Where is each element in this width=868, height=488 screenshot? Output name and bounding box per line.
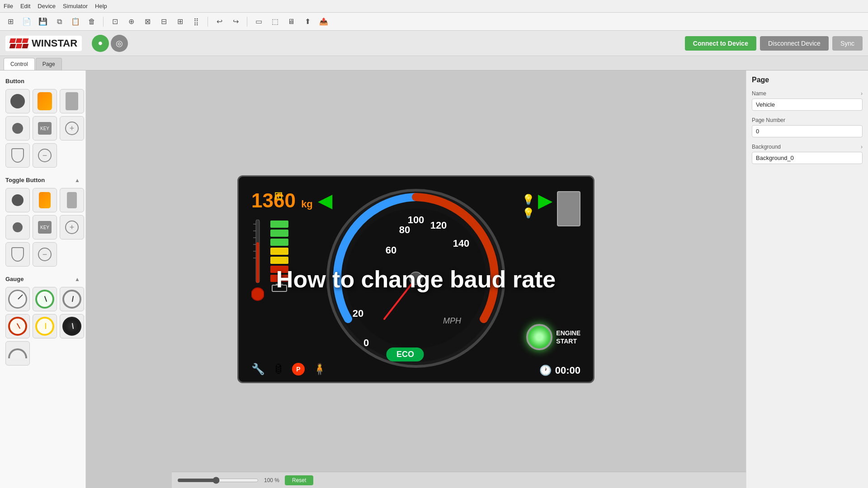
zoom-label: 100 % — [264, 477, 279, 483]
prop-page-number-value[interactable]: 0 — [752, 125, 863, 137]
gauge-item-1[interactable] — [5, 287, 30, 311]
sidebar-item-gray-btn[interactable] — [60, 89, 84, 113]
toggle-item-8[interactable]: − — [33, 242, 57, 267]
right-panel: Page Name › Vehicle Page Number 0 Backgr… — [746, 70, 868, 488]
sidebar-item-dark-toggle[interactable] — [5, 89, 30, 113]
toolbar-undo[interactable]: ↩ — [212, 15, 226, 28]
gauge-item-7[interactable] — [5, 341, 30, 366]
toolbar-align-right[interactable]: ⊠ — [141, 15, 154, 28]
gray-settings-button[interactable]: ◎ — [111, 35, 128, 52]
green-mode-button[interactable]: ● — [92, 35, 109, 52]
sidebar-item-plus-btn[interactable]: + — [60, 116, 84, 141]
svg-text:MPH: MPH — [443, 316, 462, 325]
clock-area: 🕐 00:00 — [539, 365, 580, 376]
toggle-item-5[interactable]: KEY — [33, 215, 57, 239]
sidebar-item-shield[interactable] — [5, 143, 30, 168]
gauge-item-4[interactable] — [5, 314, 30, 338]
sidebar-item-key-btn[interactable]: KEY — [33, 116, 57, 141]
svg-rect-26 — [270, 257, 288, 264]
svg-rect-24 — [270, 239, 288, 246]
toolbar-new[interactable]: ⊞ — [4, 15, 17, 28]
toolbar-distribute[interactable]: ⣿ — [189, 15, 203, 28]
right-arrow-button[interactable]: ▶ — [538, 189, 552, 211]
toolbar-redo[interactable]: ↪ — [229, 15, 242, 28]
prop-name-label: Name › — [752, 90, 863, 97]
toolbar-save[interactable]: 💾 — [36, 15, 50, 28]
table-icon: ⊞ — [274, 189, 283, 202]
toggle-item-6[interactable]: + — [60, 215, 84, 239]
gauge-collapse-icon[interactable]: ▲ — [75, 276, 80, 282]
toggle-item-3[interactable] — [60, 188, 84, 212]
clock-icon: 🕐 — [539, 365, 552, 376]
canvas-area: 20 0 60 80 100 120 140 MPH 1360 kg ⊞ — [86, 70, 746, 488]
svg-rect-14 — [256, 242, 259, 283]
toolbar-copy[interactable]: ⧉ — [52, 15, 66, 28]
toolbar-align-left[interactable]: ⊡ — [108, 15, 122, 28]
menu-edit[interactable]: Edit — [20, 3, 30, 9]
reset-button[interactable]: Reset — [285, 475, 313, 485]
prop-background-label: Background › — [752, 144, 863, 150]
toolbar-frame[interactable]: ▭ — [252, 15, 265, 28]
toolbar-upload[interactable]: ⬆ — [301, 15, 314, 28]
toggle-circle-1 — [12, 194, 24, 206]
background-expand-icon[interactable]: › — [861, 144, 863, 150]
section-toggle-title: Toggle Button ▲ — [0, 173, 85, 186]
toolbar-screen[interactable]: ⬚ — [268, 15, 282, 28]
name-expand-icon[interactable]: › — [861, 90, 863, 97]
toggle-gray-icon — [67, 192, 77, 208]
gauge-item-6[interactable] — [60, 314, 84, 338]
headlight-icons: 💡 💡 — [522, 194, 534, 219]
logo-chevron — [10, 38, 28, 48]
main-layout: Button KEY + − — [0, 70, 868, 488]
chevron-block-5 — [16, 44, 23, 48]
tab-row: Control Page — [0, 56, 868, 70]
toolbar-delete[interactable]: 🗑 — [85, 15, 99, 28]
toolbar-align-bottom[interactable]: ⊞ — [173, 15, 187, 28]
clock-value: 00:00 — [555, 365, 580, 376]
toolbar-export[interactable]: 📤 — [317, 15, 330, 28]
engine-start-area: ENGINESTART — [526, 324, 580, 350]
prop-name-value[interactable]: Vehicle — [752, 99, 863, 111]
prop-background-value[interactable]: Background_0 — [752, 152, 863, 164]
gauge-item-5[interactable] — [33, 314, 57, 338]
headlight-icon-2: 💡 — [522, 207, 534, 219]
svg-text:20: 20 — [353, 308, 363, 319]
zoom-slider[interactable] — [177, 477, 259, 484]
gauge-item-2[interactable] — [33, 287, 57, 311]
svg-text:120: 120 — [430, 220, 447, 231]
toolbar-align-top[interactable]: ⊟ — [157, 15, 170, 28]
toolbar-open[interactable]: 📄 — [20, 15, 33, 28]
toggle-item-7[interactable] — [5, 242, 30, 267]
prop-page-number-label: Page Number — [752, 117, 863, 123]
toggle-item-1[interactable] — [5, 188, 30, 212]
toggle-collapse-icon[interactable]: ▲ — [75, 177, 80, 183]
sidebar: Button KEY + − — [0, 70, 86, 488]
toggle-item-4[interactable] — [5, 215, 30, 239]
connect-device-button[interactable]: Connect to Device — [685, 36, 756, 51]
menu-device[interactable]: Device — [38, 3, 56, 9]
left-arrow-button[interactable]: ◀ — [318, 189, 332, 211]
sidebar-item-minus-btn[interactable]: − — [33, 143, 57, 168]
gauge-item-3[interactable] — [60, 287, 84, 311]
toolbar-separator-2 — [208, 17, 208, 27]
section-gauge-title: Gauge ▲ — [0, 272, 85, 285]
sidebar-item-circle-btn[interactable] — [5, 116, 30, 141]
toolbar-separator-3 — [247, 17, 247, 27]
engine-start-circle[interactable] — [526, 324, 552, 350]
menu-simulator[interactable]: Simulator — [63, 3, 88, 9]
tab-control[interactable]: Control — [4, 58, 35, 70]
svg-text:80: 80 — [399, 224, 410, 235]
toolbar-align-center[interactable]: ⊕ — [124, 15, 138, 28]
toggle-item-2[interactable] — [33, 188, 57, 212]
toolbar-monitor[interactable]: 🖥 — [284, 15, 298, 28]
sidebar-item-orange-btn[interactable] — [33, 89, 57, 113]
disconnect-device-button[interactable]: Disconnect Device — [760, 36, 829, 51]
tab-page[interactable]: Page — [36, 58, 62, 70]
overlay-text: How to change baud rate — [276, 266, 556, 293]
chevron-block-4 — [9, 44, 16, 48]
menu-help[interactable]: Help — [95, 3, 107, 9]
oil-icon: 🛢 — [273, 363, 284, 375]
menu-file[interactable]: File — [4, 3, 13, 9]
sync-button[interactable]: Sync — [832, 36, 863, 51]
toolbar-paste[interactable]: 📋 — [69, 15, 82, 28]
